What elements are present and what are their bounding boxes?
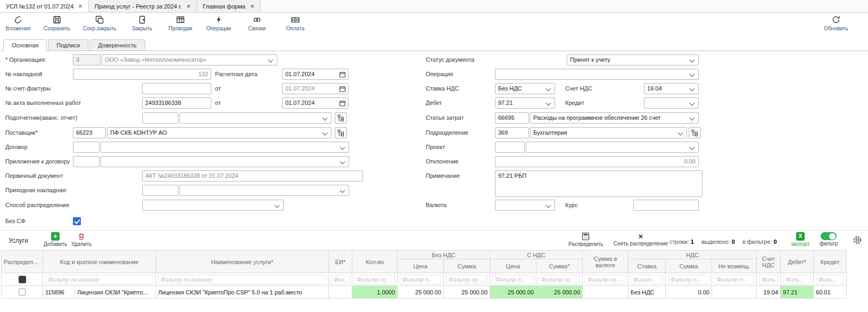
filter-vat-account-input[interactable] <box>759 275 778 284</box>
supplier-tree-button[interactable] <box>335 127 347 138</box>
filter-price-no-vat-input[interactable] <box>400 275 441 284</box>
filter-service-name-input[interactable] <box>158 275 326 284</box>
col-price-no-vat[interactable]: Цена <box>398 259 444 273</box>
filter-sum-currency-input[interactable] <box>585 275 626 284</box>
attachments-button[interactable]: Вложения <box>5 15 31 31</box>
tab-power-of-attorney[interactable]: Доверенность <box>89 39 145 51</box>
accountable-tree-button[interactable] <box>335 112 347 124</box>
col-debit[interactable]: Дебет* <box>781 251 814 273</box>
operation-select[interactable] <box>495 69 699 80</box>
sf-date-field[interactable]: 01.07.2024 <box>282 83 349 94</box>
calc-date-field[interactable]: 01.07.2024 <box>282 69 349 80</box>
vat-rate-select[interactable]: Без НДС <box>495 83 555 94</box>
act-date-field[interactable]: 01.07.2024 <box>282 97 349 109</box>
org-select[interactable]: ООО «Завод «Металлокомпенсатор» <box>102 54 277 65</box>
contract-annex-code-field[interactable] <box>73 156 100 167</box>
distribution-method-select[interactable] <box>142 200 284 211</box>
tab-document[interactable]: УСЛ №132 от 01.07.2024 × <box>0 0 89 12</box>
project-code-field[interactable] <box>495 142 525 153</box>
col-vat-sum[interactable]: Сумма <box>666 259 712 273</box>
filter-unit-input[interactable] <box>331 275 350 284</box>
department-select[interactable]: Бухгалтерия <box>530 127 687 138</box>
filter-sum-no-vat-input[interactable] <box>446 275 487 284</box>
postings-button[interactable]: Проводки <box>168 15 193 31</box>
incoming-invoice-code-field[interactable] <box>142 185 178 196</box>
accountable-select[interactable] <box>179 112 332 124</box>
distribute-button[interactable]: Распределить <box>568 232 604 247</box>
filter-vat-rate-input[interactable] <box>631 275 663 284</box>
contract-code-field[interactable] <box>73 142 100 153</box>
close-icon[interactable]: × <box>186 3 191 10</box>
tab-main[interactable]: Основная <box>3 39 47 51</box>
close-icon[interactable]: × <box>250 3 254 10</box>
filter-vat-nonrefund-input[interactable] <box>714 275 754 284</box>
vat-account-select[interactable]: 19.04 <box>644 83 699 94</box>
col-distributed[interactable]: Распределено <box>2 251 43 273</box>
payment-button[interactable]: Оплата <box>283 15 308 31</box>
operations-button[interactable]: Операции <box>206 15 232 31</box>
act-no-field[interactable]: 24933186338 <box>142 97 211 109</box>
tab-signatures[interactable]: Подписи <box>48 39 88 51</box>
contract-annex-select[interactable] <box>101 156 349 167</box>
select-all-filter-button[interactable] <box>19 276 26 283</box>
status-select[interactable]: Принят к учету <box>567 54 699 65</box>
col-qty[interactable]: Кол-во <box>352 251 398 273</box>
primary-doc-field[interactable]: АКТ №24933186338 от 01.07.2024 <box>142 170 363 182</box>
export-button[interactable]: X экспорт <box>791 232 810 247</box>
cost-item-select[interactable]: Расходы на программное обеспечение 26 сч… <box>530 112 699 124</box>
currency-select[interactable] <box>495 200 555 211</box>
rate-field[interactable] <box>633 200 699 211</box>
filter-debit-input[interactable] <box>783 275 811 284</box>
col-vat-nonrefund[interactable]: Не возмещ. <box>712 259 757 273</box>
col-vat-rate[interactable]: Ставка <box>629 259 666 273</box>
debit-select[interactable]: 97.21 <box>495 97 555 109</box>
cost-item-code-field[interactable]: 66695 <box>495 112 529 124</box>
project-select[interactable] <box>526 142 699 153</box>
col-vat-account[interactable]: Счет НДС <box>757 251 781 273</box>
col-unit[interactable]: ЕИ* <box>329 251 352 273</box>
incoming-invoice-select[interactable] <box>179 185 349 196</box>
refresh-button[interactable]: Обновить <box>823 15 849 31</box>
filter-code-input[interactable] <box>45 275 153 284</box>
contract-select[interactable] <box>101 142 349 153</box>
col-credit[interactable]: Кредит <box>814 251 847 273</box>
toggle-on-icon[interactable] <box>821 232 837 240</box>
links-button[interactable]: Связки <box>244 15 270 31</box>
calendar-icon[interactable] <box>339 85 346 93</box>
org-code-field[interactable]: 3 <box>73 54 101 65</box>
sf-no-field[interactable] <box>142 83 211 94</box>
department-code-field[interactable]: 369 <box>495 127 529 138</box>
add-row-button[interactable]: + Добавить <box>44 232 67 247</box>
tab-registry[interactable]: Приход услуг - Реестр за 2024 г. × <box>89 0 197 12</box>
tab-main-form[interactable]: Главная форма × <box>197 0 260 12</box>
col-sum-currency[interactable]: Сумма в валюте <box>583 251 629 273</box>
save-button[interactable]: Сохранить <box>44 15 70 31</box>
col-sum-vat[interactable]: Сумма* <box>536 259 583 273</box>
no-sf-checkbox[interactable] <box>73 217 81 225</box>
department-tree-button[interactable] <box>689 127 701 138</box>
invoice-no-field[interactable]: 132 <box>73 69 211 80</box>
close-button[interactable]: Закрыть <box>129 15 155 31</box>
filter-vat-sum-input[interactable] <box>668 275 709 284</box>
note-textarea[interactable]: 97.21 РБП <box>495 170 702 197</box>
credit-select[interactable] <box>644 97 699 109</box>
filter-sum-vat-input[interactable] <box>539 275 580 284</box>
calendar-icon[interactable] <box>339 100 346 107</box>
col-sum-no-vat[interactable]: Сумма <box>444 259 490 273</box>
filter-credit-input[interactable] <box>816 275 844 284</box>
filter-qty-input[interactable] <box>354 275 395 284</box>
filter-price-vat-input[interactable] <box>492 275 534 284</box>
delete-row-button[interactable]: Удалить <box>71 232 92 247</box>
save-close-button[interactable]: Сохр.закрыть <box>83 15 117 31</box>
calendar-icon[interactable] <box>339 71 346 78</box>
supplier-select[interactable]: ПФ СКБ КОНТУР АО <box>107 127 332 138</box>
col-price-vat[interactable]: Цена <box>490 259 536 273</box>
table-row[interactable]: 115896 Лицензия СКЗИ "Крипто... Лицензия… <box>2 286 847 299</box>
table-settings-button[interactable] <box>853 235 862 246</box>
close-icon[interactable]: × <box>78 3 82 10</box>
undistribute-button[interactable]: × Снять распределение <box>613 232 668 247</box>
accountable-code-field[interactable] <box>142 112 178 124</box>
deviation-field[interactable]: 0.00 <box>495 156 699 167</box>
row-checkbox[interactable] <box>19 289 26 295</box>
filter-toggle-button[interactable]: фильтр <box>820 232 838 247</box>
